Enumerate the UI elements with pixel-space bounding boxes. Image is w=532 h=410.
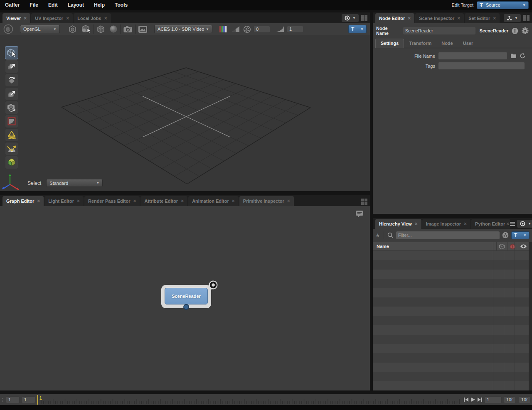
tab-uv-inspector[interactable]: UV Inspector × <box>31 13 73 23</box>
selection-mode-dropdown[interactable]: Standard ▼ <box>46 179 103 187</box>
gamma-icon[interactable] <box>276 25 284 33</box>
scene-reader-node[interactable]: SceneReader <box>161 285 211 308</box>
close-icon[interactable]: × <box>493 15 496 21</box>
translate-tool-button[interactable] <box>5 60 18 73</box>
select-objects-icon[interactable] <box>81 25 91 34</box>
close-icon[interactable]: × <box>506 221 509 227</box>
bounding-box-icon[interactable] <box>68 25 77 34</box>
tab-overflow-menu-icon[interactable] <box>510 222 515 226</box>
menu-tools[interactable]: Tools <box>110 2 133 8</box>
close-icon[interactable]: × <box>104 15 107 21</box>
tab-python-editor[interactable]: Python Editor × <box>471 219 510 229</box>
render-image-icon[interactable] <box>138 25 148 33</box>
menu-gaffer[interactable]: Gaffer <box>0 2 25 8</box>
current-frame-field[interactable] <box>22 396 35 403</box>
frame-range-end-field[interactable] <box>504 396 516 403</box>
wireframe-cube-icon[interactable] <box>96 25 105 34</box>
exclusions-column-header[interactable] <box>507 242 518 251</box>
frame-entry-field[interactable] <box>484 396 502 403</box>
timeline-ruler[interactable]: 1 <box>35 394 463 405</box>
tab-render-pass-editor[interactable]: Render Pass Editor × <box>84 196 140 206</box>
playback-range-end-field[interactable] <box>519 396 531 403</box>
hierarchy-pin-target-dropdown[interactable]: ▼ <box>517 220 532 228</box>
menu-help[interactable]: Help <box>89 2 110 8</box>
tab-primitive-inspector[interactable]: Primitive Inspector × <box>239 196 294 206</box>
subtab-transform[interactable]: Transform <box>404 39 436 48</box>
timeline-grip-handle[interactable] <box>2 398 3 402</box>
exposure-field[interactable] <box>254 26 270 33</box>
select-tool-button[interactable] <box>5 46 18 59</box>
subtab-settings[interactable]: Settings <box>375 39 404 48</box>
subtab-node[interactable]: Node <box>436 39 458 48</box>
name-column-header[interactable]: Name <box>373 244 496 249</box>
close-icon[interactable]: × <box>77 198 80 204</box>
scrollbar-track[interactable] <box>529 242 532 390</box>
tab-scene-inspector[interactable]: Scene Inspector × <box>415 13 464 23</box>
subtab-user[interactable]: User <box>458 39 478 48</box>
hierarchy-list[interactable] <box>373 251 529 390</box>
layout-grid-icon[interactable] <box>361 15 367 21</box>
annotation-icon[interactable] <box>355 210 364 218</box>
close-icon[interactable]: × <box>66 15 69 21</box>
hierarchy-filter-input[interactable] <box>396 231 500 239</box>
close-icon[interactable]: × <box>287 198 290 204</box>
crop-window-tool-button[interactable] <box>5 115 18 128</box>
timeline-playhead[interactable] <box>37 395 38 405</box>
tab-light-editor[interactable]: Light Editor × <box>44 196 84 206</box>
rgb-channels-icon[interactable] <box>219 25 227 33</box>
close-icon[interactable]: × <box>37 198 40 204</box>
file-name-input[interactable] <box>438 52 507 59</box>
tab-attribute-editor[interactable]: Attribute Editor × <box>140 196 187 206</box>
scene-view-tool-button[interactable] <box>5 156 18 169</box>
gamma-field[interactable] <box>287 26 303 33</box>
light-tool-button[interactable] <box>5 128 18 142</box>
node-editor-follow-dropdown[interactable]: ▼ <box>504 14 521 22</box>
rotate-tool-button[interactable] <box>5 74 18 87</box>
camera-tool-button[interactable] <box>5 101 18 114</box>
light-position-tool-button[interactable] <box>5 142 18 155</box>
scale-tool-button[interactable] <box>5 87 18 101</box>
hierarchy-editor-focus-dropdown[interactable]: Ŧ ▼ <box>511 231 530 239</box>
inclusions-column-header[interactable] <box>496 242 507 251</box>
graph-canvas[interactable]: SceneReader <box>0 206 370 390</box>
edit-target-source-dropdown[interactable]: Ŧ Source ▼ <box>477 1 529 9</box>
sets-filter-icon[interactable] <box>502 232 509 238</box>
bookmarks-icon[interactable]: ★ <box>375 232 380 238</box>
layout-grid-icon[interactable] <box>361 199 367 205</box>
renderer-dropdown[interactable]: OpenGL ▼ <box>20 25 60 33</box>
close-icon[interactable]: × <box>457 15 460 21</box>
camera-icon[interactable] <box>123 25 133 33</box>
node-name-input[interactable] <box>403 27 475 34</box>
tab-graph-editor[interactable]: Graph Editor × <box>2 196 44 206</box>
colorspace-dropdown[interactable]: ACES 1.0 - SDR Video ▼ <box>154 25 212 33</box>
tags-input[interactable] <box>438 62 525 69</box>
close-icon[interactable]: × <box>232 198 235 204</box>
tab-node-editor[interactable]: Node Editor × <box>375 13 414 23</box>
play-button[interactable] <box>470 397 475 402</box>
viewport-3d[interactable]: Select Standard ▼ <box>0 35 370 191</box>
node-body[interactable]: SceneReader <box>165 288 208 304</box>
layout-grid-icon[interactable] <box>523 15 530 21</box>
close-icon[interactable]: × <box>408 15 411 21</box>
close-icon[interactable]: × <box>415 221 418 227</box>
pan-hand-icon[interactable] <box>3 24 13 34</box>
skip-to-end-button[interactable] <box>477 397 483 402</box>
node-output-port[interactable] <box>183 304 189 310</box>
exposure-icon[interactable] <box>232 25 240 33</box>
menu-edit[interactable]: Edit <box>43 2 63 8</box>
menu-layout[interactable]: Layout <box>63 2 89 8</box>
menu-file[interactable]: File <box>25 2 43 8</box>
viewer-pin-target-dropdown[interactable]: ▼ <box>342 14 359 22</box>
shaded-sphere-icon[interactable] <box>109 25 118 33</box>
frame-range-start-field[interactable] <box>6 396 20 403</box>
tab-hierarchy-view[interactable]: Hierarchy View × <box>375 219 421 229</box>
reload-icon[interactable] <box>520 53 526 59</box>
info-icon[interactable] <box>512 27 518 34</box>
tab-set-editor[interactable]: Set Editor × <box>465 13 500 23</box>
tab-animation-editor[interactable]: Animation Editor × <box>188 196 239 206</box>
tab-image-inspector[interactable]: Image Inspector × <box>422 219 470 229</box>
gear-icon[interactable] <box>522 27 529 34</box>
close-icon[interactable]: × <box>133 198 136 204</box>
visibility-column-header[interactable] <box>518 242 529 251</box>
close-icon[interactable]: × <box>24 15 27 21</box>
